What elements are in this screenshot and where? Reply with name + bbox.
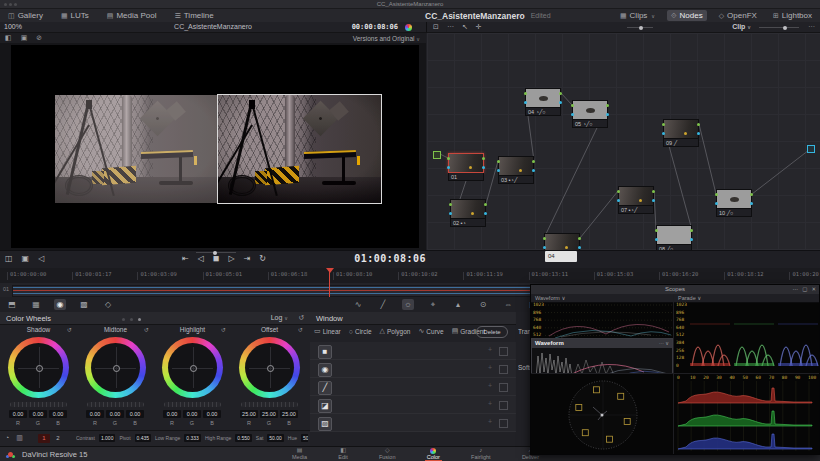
bypass-icon[interactable]: ⊘ [36,34,42,42]
key-port[interactable] [482,166,485,169]
rgb-value[interactable]: 0.00 [163,410,181,418]
wheel-indicator[interactable] [113,365,120,372]
window-row-gradient-window[interactable]: ▨+ [310,414,516,432]
topbar-nodes-button[interactable]: ⟐Nodes [667,10,707,21]
reset-icon[interactable]: ↺ [298,326,303,333]
clip-mode-select[interactable]: Clip ∨ [732,23,751,30]
window-tool-circle[interactable]: ○Circle [349,328,372,335]
page-edit[interactable]: ◧Edit [334,447,351,461]
key-port[interactable] [662,132,665,135]
node-08[interactable]: 08 ╱○ [656,225,692,250]
key-port[interactable] [715,202,718,205]
palette-page-dots[interactable] [138,318,141,321]
reset-icon[interactable]: ↺ [144,326,149,333]
parade-scope[interactable]: Parade ∨ 10238967686405123842561280 [674,294,819,374]
wheel-indicator[interactable] [36,365,43,372]
curves-icon[interactable]: ∿ [352,299,364,310]
color-wheel-midtone[interactable] [85,337,146,398]
enable-checkbox[interactable] [499,401,508,410]
window-row-curve-window[interactable]: ◪+ [310,396,516,414]
rgb-port[interactable] [524,92,527,95]
add-icon[interactable]: + [488,382,492,389]
key-icon[interactable]: ⊙ [477,299,489,310]
stop-button[interactable]: ◼ [213,254,220,263]
add-icon[interactable]: + [488,400,492,407]
rgb-value[interactable]: 0.00 [126,410,144,418]
key-port[interactable] [532,169,535,172]
node-03[interactable]: 03 ▪◔╱ [498,156,534,184]
step-back-button[interactable]: ◁ [198,254,204,263]
page-color[interactable]: Color [423,447,444,461]
param-value[interactable]: 50.00 [267,434,284,442]
rgb-port[interactable] [447,157,450,160]
scope-options-icon[interactable]: ⋯ [793,285,799,294]
sizing-icon[interactable]: ⇔ [502,299,514,310]
rgb-value[interactable]: 0.00 [183,410,201,418]
key-port[interactable] [617,199,620,202]
key-port[interactable] [559,101,562,104]
color-wheels-icon[interactable]: ◉ [54,299,66,310]
split-compare-icon[interactable]: ◧ [5,34,12,42]
topbar-media-pool-button[interactable]: ▤Media Pool [103,10,161,21]
rgb-port[interactable] [482,157,485,160]
enable-checkbox[interactable] [499,419,508,428]
rgb-value[interactable]: 25.00 [280,410,298,418]
gallery-still-icon[interactable]: ▣ [22,254,30,263]
rgb-port[interactable] [484,203,487,206]
timeline-zoom-slider[interactable] [196,252,236,253]
output-node[interactable] [807,145,815,153]
timeline-ruler[interactable]: 01:00:00:0001:00:01:1701:00:03:0901:00:0… [0,268,820,284]
master-wheel[interactable] [241,402,298,407]
rgb-value[interactable]: 0.00 [9,410,27,418]
key-port[interactable] [497,169,500,172]
source-node[interactable] [433,151,441,159]
topbar-timeline-button[interactable]: ☰Timeline [170,10,217,21]
rgb-port[interactable] [697,123,700,126]
node-more-icon[interactable]: ⋯ [808,23,815,31]
topbar-luts-button[interactable]: ▦LUTs [57,10,93,21]
more-options-icon[interactable]: ⋯ [447,23,454,31]
key-port[interactable] [690,238,693,241]
node-05[interactable]: 05 ◔╱○ [572,100,608,128]
image-wipe-icon[interactable]: ▣ [21,34,28,42]
viewer-image-after[interactable] [218,95,381,203]
key-port[interactable] [484,212,487,215]
key-port[interactable] [449,212,452,215]
topbar-openfx-button[interactable]: ◇OpenFX [715,10,761,21]
reset-icon[interactable]: ↺ [221,326,226,333]
node-06[interactable]: 06 [544,233,580,250]
topbar-gallery-button[interactable]: ◫Gallery [4,10,47,21]
loop-button[interactable]: ↻ [259,254,266,263]
key-port[interactable] [606,113,609,116]
node-09[interactable]: 09 ╱ [663,119,699,147]
key-port[interactable] [652,199,655,202]
linear-window-icon[interactable]: ■ [318,345,332,359]
page-fusion[interactable]: ◇Fusion [375,447,400,461]
rgb-port[interactable] [497,160,500,163]
curve-window-icon[interactable]: ◪ [318,399,332,413]
rgb-port[interactable] [652,190,655,193]
wheels-mode-icon[interactable]: ◔ [5,434,9,442]
wheel-indicator[interactable] [267,365,274,372]
window-tool-linear[interactable]: ▭Linear [314,327,341,335]
enable-checkbox[interactable] [499,347,508,356]
scope-close-icon[interactable]: ✕ [811,285,816,294]
rgb-port[interactable] [559,92,562,95]
rgb-value[interactable]: 0.00 [106,410,124,418]
pointer-tool-icon[interactable]: ↖ [462,23,468,31]
qualifier-icon[interactable]: ╱ [377,299,389,310]
next-clip-button[interactable]: ⇥ [244,254,251,263]
page-media[interactable]: ▤Media [288,447,311,461]
rgb-value[interactable]: 0.00 [29,410,47,418]
add-icon[interactable]: + [488,346,492,353]
scope-maximize-icon[interactable]: ▢ [802,285,807,294]
rgb-port[interactable] [750,193,753,196]
wheel-indicator[interactable] [190,365,197,372]
wipe-options-icon[interactable]: ◫ [5,254,13,263]
page-fairlight[interactable]: ♪Fairlight [467,447,495,461]
master-wheel[interactable] [87,402,144,407]
rgb-port[interactable] [662,123,665,126]
rgb-mixer-icon[interactable]: ▩ [78,299,90,310]
rgb-port[interactable] [543,237,546,240]
reset-all-icon[interactable]: ↺ [298,314,304,322]
